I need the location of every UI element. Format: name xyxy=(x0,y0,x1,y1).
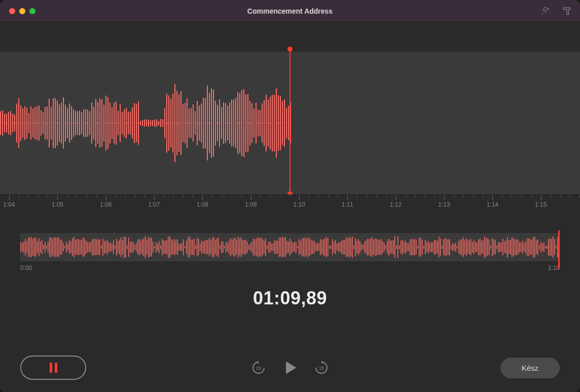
trim-icon[interactable] xyxy=(562,6,572,16)
svg-rect-360 xyxy=(343,240,344,254)
svg-rect-3 xyxy=(0,111,1,135)
svg-rect-206 xyxy=(108,243,110,252)
waveform-main-area[interactable] xyxy=(0,22,580,194)
maximize-window-button[interactable] xyxy=(29,8,35,14)
close-window-button[interactable] xyxy=(9,8,15,14)
svg-rect-7 xyxy=(8,112,9,134)
svg-rect-482 xyxy=(528,238,529,256)
svg-rect-473 xyxy=(515,240,516,255)
svg-rect-73 xyxy=(142,120,143,126)
svg-rect-116 xyxy=(229,102,230,144)
svg-rect-276 xyxy=(215,240,216,255)
svg-rect-26 xyxy=(47,106,48,140)
svg-rect-275 xyxy=(213,237,214,257)
svg-rect-314 xyxy=(273,243,274,251)
svg-rect-408 xyxy=(416,240,417,254)
svg-rect-139 xyxy=(276,88,277,158)
svg-rect-322 xyxy=(285,237,286,257)
window-title: Commencement Address xyxy=(0,7,580,15)
svg-rect-297 xyxy=(247,242,248,253)
ruler-tick-label: 1:09 xyxy=(245,201,257,208)
svg-rect-138 xyxy=(274,95,275,151)
svg-rect-135 xyxy=(268,100,269,147)
svg-rect-224 xyxy=(136,243,137,251)
svg-rect-38 xyxy=(71,106,72,140)
svg-rect-106 xyxy=(209,93,210,153)
svg-rect-16 xyxy=(26,107,27,138)
svg-rect-4 xyxy=(2,110,3,136)
timeline-ruler[interactable]: 1:041:051:061:071:081:091:101:111:121:13… xyxy=(0,194,580,213)
svg-rect-435 xyxy=(457,246,458,248)
svg-rect-70 xyxy=(136,104,137,142)
svg-rect-259 xyxy=(189,237,190,258)
svg-rect-27 xyxy=(49,99,50,147)
svg-rect-493 xyxy=(545,246,546,249)
skip-forward-button[interactable]: 15 xyxy=(314,360,329,375)
playhead[interactable] xyxy=(289,49,291,194)
svg-rect-205 xyxy=(107,240,108,255)
svg-rect-24 xyxy=(43,112,44,134)
overview-playhead[interactable] xyxy=(558,230,560,269)
svg-rect-247 xyxy=(171,239,172,255)
record-pause-button[interactable] xyxy=(20,356,86,380)
svg-rect-499 xyxy=(554,239,555,255)
svg-rect-79 xyxy=(154,120,155,127)
svg-rect-133 xyxy=(264,100,265,146)
svg-rect-34 xyxy=(63,97,64,149)
svg-rect-67 xyxy=(130,111,131,134)
svg-rect-23 xyxy=(41,110,42,136)
svg-rect-194 xyxy=(90,242,91,252)
svg-rect-204 xyxy=(105,242,106,253)
svg-rect-399 xyxy=(402,240,403,255)
svg-rect-167 xyxy=(49,238,50,257)
enhance-icon[interactable] xyxy=(540,6,551,16)
svg-rect-446 xyxy=(474,240,475,254)
svg-rect-300 xyxy=(251,242,252,252)
minimize-window-button[interactable] xyxy=(19,8,25,14)
svg-rect-492 xyxy=(543,243,545,252)
svg-rect-164 xyxy=(45,242,46,253)
svg-rect-37 xyxy=(69,103,70,142)
svg-rect-299 xyxy=(250,244,251,251)
svg-rect-177 xyxy=(64,246,65,249)
svg-rect-207 xyxy=(110,242,111,252)
svg-rect-335 xyxy=(305,238,306,257)
skip-back-button[interactable]: 15 xyxy=(251,360,266,375)
svg-rect-466 xyxy=(504,242,505,253)
svg-rect-114 xyxy=(225,103,226,143)
svg-rect-323 xyxy=(286,241,287,254)
svg-rect-462 xyxy=(498,242,499,253)
svg-rect-257 xyxy=(186,240,187,254)
svg-rect-423 xyxy=(439,237,440,257)
svg-rect-374 xyxy=(364,242,365,253)
svg-rect-282 xyxy=(224,246,225,248)
svg-rect-419 xyxy=(432,243,433,252)
playback-controls: 15 15 Kész xyxy=(0,356,580,380)
titlebar: Commencement Address xyxy=(0,0,580,22)
svg-rect-66 xyxy=(128,112,129,135)
svg-rect-459 xyxy=(493,240,494,255)
svg-rect-287 xyxy=(232,240,233,255)
svg-rect-49 xyxy=(93,107,94,140)
svg-rect-19 xyxy=(32,109,33,138)
svg-rect-285 xyxy=(229,241,230,254)
svg-rect-393 xyxy=(393,240,394,255)
play-button[interactable] xyxy=(281,359,299,376)
svg-rect-118 xyxy=(233,100,234,146)
ruler-tick-label: 1:10 xyxy=(293,201,305,208)
svg-rect-255 xyxy=(183,239,184,255)
svg-rect-311 xyxy=(268,242,269,253)
done-button[interactable]: Kész xyxy=(500,358,560,378)
svg-rect-223 xyxy=(134,245,135,249)
svg-rect-497 xyxy=(551,239,552,256)
svg-rect-431 xyxy=(451,245,452,249)
svg-rect-426 xyxy=(443,239,444,255)
svg-rect-370 xyxy=(358,239,359,255)
svg-rect-351 xyxy=(329,246,330,248)
svg-rect-109 xyxy=(215,101,216,145)
overview-waveform-track[interactable] xyxy=(20,233,560,261)
svg-rect-432 xyxy=(452,243,453,251)
svg-rect-444 xyxy=(470,239,472,255)
svg-rect-130 xyxy=(258,110,259,137)
svg-rect-321 xyxy=(283,238,284,257)
